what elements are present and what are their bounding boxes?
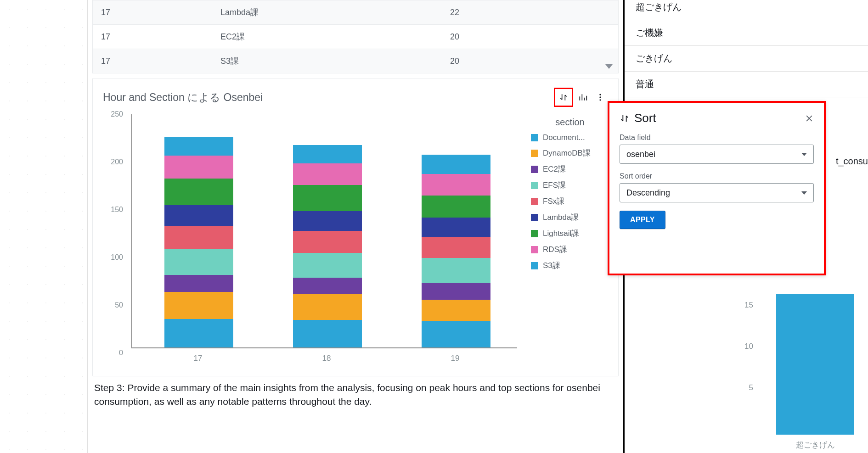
y-tick: 100 <box>102 253 123 262</box>
cell-section: S3課 <box>212 49 442 73</box>
legend-label: Document... <box>543 133 585 142</box>
svg-point-2 <box>599 99 601 101</box>
svg-point-1 <box>599 96 601 98</box>
legend-swatch <box>531 166 538 173</box>
x-tick: 17 <box>194 354 203 363</box>
sort-order-value: Descending <box>626 188 670 198</box>
side-y-tick: 15 <box>739 301 753 310</box>
chart-title: Hour and Section による Osenbei <box>103 90 263 105</box>
side-x-tick: 超ごきげん <box>796 440 835 450</box>
legend-swatch <box>531 198 538 205</box>
stacked-bar[interactable] <box>293 145 362 347</box>
side-y-tick: 10 <box>739 342 753 351</box>
legend-item[interactable]: Document... <box>531 133 609 142</box>
bar-segment <box>293 163 362 185</box>
bar-segment <box>164 275 233 292</box>
cell-value: 20 <box>442 49 618 73</box>
cell-section: EC2課 <box>212 25 442 49</box>
stacked-bar[interactable] <box>422 155 490 347</box>
bar-segment <box>293 294 362 320</box>
bar-segment <box>164 179 233 205</box>
bar-segment <box>164 226 233 249</box>
data-field-value: osenbei <box>626 150 655 159</box>
cell-value: 22 <box>442 0 618 25</box>
mood-list-item[interactable]: 普通 <box>625 72 868 97</box>
sort-order-select[interactable]: Descending <box>620 183 814 202</box>
y-tick: 150 <box>102 206 123 214</box>
bar-segment <box>164 205 233 226</box>
legend-label: RDS課 <box>543 244 567 255</box>
bar-segment <box>164 319 233 347</box>
mood-list-item[interactable]: ご機嫌 <box>625 20 868 46</box>
legend-item[interactable]: Lightsail課 <box>531 228 609 239</box>
bar-segment <box>293 211 362 231</box>
legend-item[interactable]: DynamoDB課 <box>531 148 609 158</box>
apply-button[interactable]: APPLY <box>620 211 665 229</box>
bar-segment <box>422 300 490 321</box>
table-row[interactable]: 17EC2課20 <box>93 25 618 49</box>
cell-section: Lambda課 <box>212 0 442 25</box>
main-panel: 17Lambda課2217EC2課2017S3課20 Hour and Sect… <box>87 0 625 453</box>
legend-label: EFS課 <box>543 180 566 190</box>
bar-segment <box>293 320 362 347</box>
sort-order-label: Sort order <box>620 172 814 180</box>
legend-title: section <box>531 117 609 128</box>
side-y-tick: 5 <box>739 383 753 392</box>
mood-list-item[interactable]: 超ごきげん <box>625 0 868 20</box>
more-menu-button[interactable] <box>592 89 608 105</box>
bar-segment <box>164 292 233 319</box>
legend-item[interactable]: Lambda課 <box>531 212 609 223</box>
step-instruction-text: Step 3: Provide a summary of the main in… <box>94 381 617 409</box>
legend-swatch <box>531 246 538 253</box>
bar-segment <box>293 145 362 163</box>
bar-segment <box>164 137 233 156</box>
chart-card: Hour and Section による Osenbei <box>92 78 619 376</box>
chart-type-button[interactable] <box>575 89 591 105</box>
chart-toolbar <box>554 88 608 107</box>
bar-segment <box>164 249 233 275</box>
table-scroll-more-icon[interactable] <box>605 64 613 69</box>
legend-item[interactable]: FSx課 <box>531 196 609 207</box>
side-bar-chart: 51015 超ごきげんご <box>712 264 868 453</box>
close-icon[interactable] <box>805 114 814 123</box>
bar-segment <box>293 278 362 294</box>
legend-item[interactable]: EFS課 <box>531 180 609 190</box>
mood-list-item[interactable]: ごきげん <box>625 46 868 72</box>
chart-legend: section Document...DynamoDB課EC2課EFS課FSx課… <box>531 114 609 367</box>
sort-button[interactable] <box>556 89 571 105</box>
table-row[interactable]: 17Lambda課22 <box>93 0 618 25</box>
y-tick: 0 <box>102 349 123 357</box>
sort-popover: Sort Data field osenbei Sort order Desce… <box>608 101 826 275</box>
legend-swatch <box>531 262 538 269</box>
legend-label: Lightsail課 <box>543 228 579 239</box>
legend-swatch <box>531 182 538 189</box>
bar-segment <box>422 283 490 300</box>
table-row[interactable]: 17S3課20 <box>93 49 618 73</box>
side-bar[interactable] <box>776 294 854 435</box>
legend-item[interactable]: S3課 <box>531 260 609 271</box>
svg-point-0 <box>599 94 601 95</box>
partially-hidden-label: t_consu <box>836 156 868 167</box>
stacked-bar[interactable] <box>164 137 233 347</box>
data-field-label: Data field <box>620 134 814 142</box>
legend-item[interactable]: RDS課 <box>531 244 609 255</box>
x-tick: 18 <box>322 354 331 363</box>
data-table: 17Lambda課2217EC2課2017S3課20 <box>92 0 619 73</box>
legend-swatch <box>531 150 538 157</box>
sort-popover-title: Sort <box>634 111 656 125</box>
y-tick: 50 <box>102 301 123 309</box>
sort-icon <box>620 113 630 123</box>
legend-label: DynamoDB課 <box>543 148 591 158</box>
legend-label: FSx課 <box>543 196 564 207</box>
y-tick: 200 <box>102 158 123 166</box>
chevron-down-icon <box>801 153 807 156</box>
cell-hour: 17 <box>93 49 212 73</box>
legend-label: EC2課 <box>543 164 566 174</box>
bar-segment <box>293 231 362 253</box>
legend-item[interactable]: EC2課 <box>531 164 609 174</box>
legend-label: S3課 <box>543 260 560 271</box>
y-tick: 250 <box>102 110 123 118</box>
x-tick: 19 <box>451 354 460 363</box>
bar-segment <box>422 174 490 196</box>
data-field-select[interactable]: osenbei <box>620 145 814 164</box>
